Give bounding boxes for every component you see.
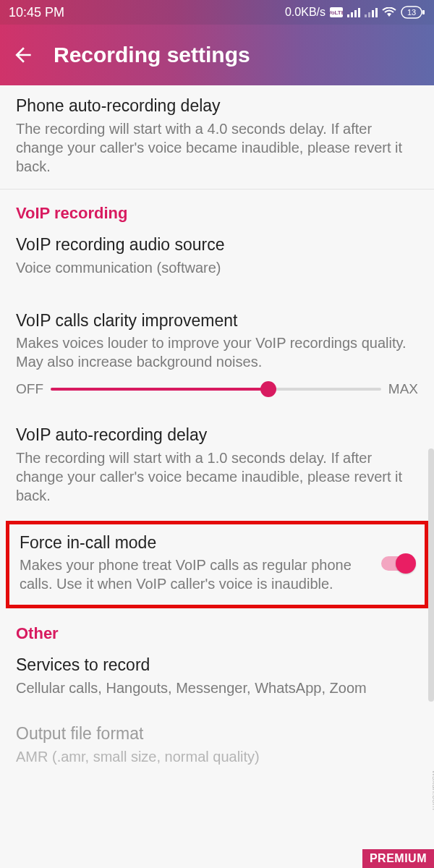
force-in-call-mode[interactable]: Force in-call mode Makes your phone trea… xyxy=(6,521,428,608)
voip-audio-source[interactable]: VoIP recording audio source Voice commun… xyxy=(0,230,434,290)
svg-rect-2 xyxy=(347,14,349,17)
svg-rect-11 xyxy=(422,10,425,14)
scrollbar[interactable] xyxy=(428,448,434,702)
app-bar: Recording settings xyxy=(0,25,434,85)
voip-clarity-slider[interactable]: OFF MAX xyxy=(0,374,434,410)
svg-text:VoLTE: VoLTE xyxy=(330,9,343,16)
voip-section-header: VoIP recording xyxy=(0,190,434,230)
item-title: Phone auto-recording delay xyxy=(16,95,418,116)
item-title: Services to record xyxy=(16,655,418,676)
other-section-header: Other xyxy=(0,614,434,650)
slider-thumb[interactable] xyxy=(260,381,276,397)
svg-rect-8 xyxy=(372,10,374,17)
svg-rect-3 xyxy=(351,12,353,17)
svg-rect-5 xyxy=(358,8,360,17)
battery-text: 13 xyxy=(407,8,416,17)
status-bar: 10:45 PM 0.0KB/s VoLTE 13 xyxy=(0,0,434,25)
svg-rect-4 xyxy=(354,10,357,17)
item-title: VoIP recording audio source xyxy=(16,234,418,255)
battery-icon: 13 xyxy=(401,6,425,19)
status-right: 0.0KB/s VoLTE 13 xyxy=(285,6,425,19)
volte-icon: VoLTE xyxy=(330,7,343,17)
watermark: wsxdn.com xyxy=(431,770,434,810)
slider-track[interactable] xyxy=(51,388,381,391)
svg-rect-7 xyxy=(368,12,370,17)
slider-max-label: MAX xyxy=(388,381,418,397)
voip-auto-recording-delay[interactable]: VoIP auto-recording delay The recording … xyxy=(0,410,434,518)
item-title: Force in-call mode xyxy=(20,533,371,553)
item-desc: AMR (.amr, small size, normal quality) xyxy=(16,747,418,766)
item-desc: Makes your phone treat VoIP calls as reg… xyxy=(20,556,371,593)
item-title: VoIP calls clarity improvement xyxy=(16,310,418,331)
svg-rect-6 xyxy=(365,14,367,17)
item-desc: Makes voices louder to improve your VoIP… xyxy=(16,333,418,371)
item-title: Output file format xyxy=(16,723,418,744)
force-in-call-toggle[interactable] xyxy=(381,556,414,571)
back-button[interactable] xyxy=(10,42,36,68)
signal-icon xyxy=(347,7,360,17)
output-file-format[interactable]: Output file format AMR (.amr, small size… xyxy=(0,710,434,779)
toggle-knob xyxy=(396,553,416,574)
wifi-icon xyxy=(382,7,396,17)
arrow-back-icon xyxy=(12,43,35,67)
signal2-icon xyxy=(365,7,378,17)
item-desc: The recording will start with a 4.0 seco… xyxy=(16,119,418,176)
settings-list: Phone auto-recording delay The recording… xyxy=(0,85,434,868)
services-to-record[interactable]: Services to record Cellular calls, Hango… xyxy=(0,650,434,710)
svg-rect-9 xyxy=(375,8,378,17)
item-desc: Voice communication (software) xyxy=(16,258,418,277)
slider-fill xyxy=(51,388,268,391)
status-time: 10:45 PM xyxy=(9,5,64,20)
item-desc: Cellular calls, Hangouts, Messenger, Wha… xyxy=(16,678,418,697)
net-speed: 0.0KB/s xyxy=(285,6,326,19)
slider-min-label: OFF xyxy=(16,381,43,397)
item-desc: The recording will start with a 1.0 seco… xyxy=(16,448,418,505)
premium-badge[interactable]: PREMIUM xyxy=(362,849,434,868)
phone-auto-recording-delay[interactable]: Phone auto-recording delay The recording… xyxy=(0,85,434,189)
page-title: Recording settings xyxy=(54,43,250,67)
item-title: VoIP auto-recording delay xyxy=(16,425,418,446)
voip-clarity-improvement: VoIP calls clarity improvement Makes voi… xyxy=(0,290,434,375)
